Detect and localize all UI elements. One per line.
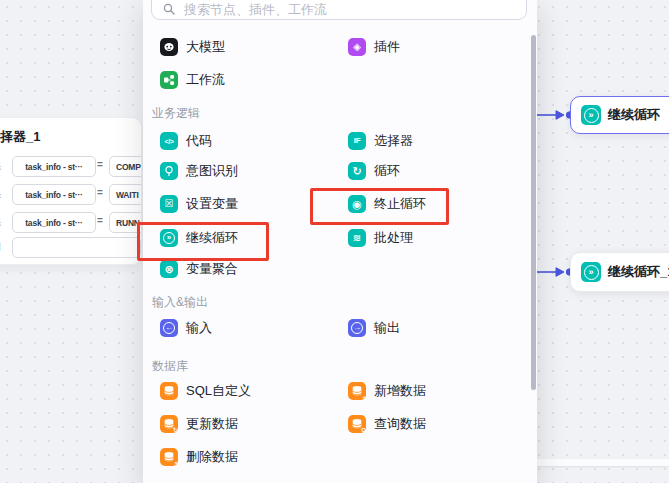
item-label: 意图识别 — [186, 162, 238, 180]
panel-item-db-insert[interactable]: + 新增数据 — [348, 381, 426, 401]
panel-item-selector[interactable]: IF 选择器 — [348, 131, 413, 151]
arrowhead-icon — [556, 111, 564, 120]
panel-item-code[interactable]: </> 代码 — [160, 131, 212, 151]
db-delete-icon: × — [160, 448, 178, 466]
condition-value-pill: COMP — [109, 156, 142, 177]
else-branch-box — [12, 237, 141, 258]
condition-edge-label: 果 — [0, 159, 5, 173]
item-label: 工作流 — [186, 71, 225, 89]
panel-item-input[interactable]: ← 输入 — [160, 318, 212, 338]
panel-item-db-query[interactable]: Q 查询数据 — [348, 414, 426, 434]
node-title: 继续循环 — [608, 106, 660, 124]
item-label: 循环 — [374, 162, 400, 180]
panel-item-set-variable[interactable]: ☒ 设置变量 — [160, 194, 238, 214]
item-label: 删除数据 — [186, 448, 238, 466]
highlight-box-terminate-loop — [310, 188, 449, 225]
item-label: 设置变量 — [186, 195, 238, 213]
item-label: 代码 — [186, 132, 212, 150]
condition-field-pill: task_info - st··· — [12, 184, 96, 205]
continue-loop-icon: » — [581, 105, 601, 125]
panel-item-model[interactable]: 大模型 — [160, 37, 225, 57]
variable-merge-icon: ⊗ — [160, 260, 178, 278]
db-insert-icon: + — [348, 382, 366, 400]
db-query-icon: Q — [348, 415, 366, 433]
section-header-io: 输入&输出 — [152, 294, 208, 311]
continue-loop-1-node[interactable]: » 继续循环_1 — [570, 252, 669, 292]
condition-field-pill: task_info - st··· — [12, 156, 96, 177]
highlight-box-continue-loop — [137, 222, 269, 261]
item-label: 更新数据 — [186, 415, 238, 433]
panel-item-workflow[interactable]: 工作流 — [160, 70, 225, 90]
condition-operator: = — [93, 187, 107, 198]
panel-scrollbar[interactable] — [531, 35, 536, 390]
condition-edge-label: 果 — [0, 215, 5, 229]
canvas-bottom-toolbar — [537, 459, 669, 466]
selector-node-card[interactable]: 选择器_1 果 task_info - st··· = COMP 果 task_… — [0, 117, 142, 265]
condition-edge-label: 果 — [0, 187, 5, 201]
item-label: 输出 — [374, 319, 400, 337]
condition-operator: = — [93, 215, 107, 226]
intent-icon — [160, 162, 178, 180]
item-label: 大模型 — [186, 38, 225, 56]
if-icon: IF — [348, 132, 366, 150]
condition-field-pill: task_info - st··· — [12, 212, 96, 233]
item-label: 变量聚合 — [186, 260, 238, 278]
workflow-editor: 选择器_1 果 task_info - st··· = COMP 果 task_… — [0, 0, 669, 483]
panel-item-batch[interactable]: ≋ 批处理 — [348, 228, 413, 248]
section-header-logic: 业务逻辑 — [152, 105, 200, 122]
else-edge-label: 则 — [0, 240, 5, 254]
panel-item-output[interactable]: → 输出 — [348, 318, 400, 338]
search-icon — [163, 3, 175, 15]
panel-item-sql-custom[interactable]: SQL自定义 — [160, 381, 251, 401]
continue-loop-icon: » — [581, 262, 601, 282]
loop-icon: ↻ — [348, 162, 366, 180]
continue-loop-node[interactable]: » 继续循环 — [570, 96, 669, 134]
panel-item-intent[interactable]: 意图识别 — [160, 161, 238, 181]
sql-custom-icon — [160, 382, 178, 400]
search-input[interactable] — [182, 0, 516, 19]
item-label: 查询数据 — [374, 415, 426, 433]
selector-node-title: 选择器_1 — [0, 128, 40, 146]
set-variable-icon: ☒ — [160, 195, 178, 213]
code-icon: </> — [160, 132, 178, 150]
item-label: 新增数据 — [374, 382, 426, 400]
input-icon: ← — [160, 319, 178, 337]
node-title: 继续循环_1 — [608, 263, 669, 281]
panel-item-db-delete[interactable]: × 删除数据 — [160, 447, 238, 467]
batch-icon: ≋ — [348, 229, 366, 247]
db-update-icon: ↻ — [160, 415, 178, 433]
item-label: 输入 — [186, 319, 212, 337]
workflow-icon — [160, 71, 178, 89]
plugin-icon: ◈ — [348, 38, 366, 56]
panel-item-loop[interactable]: ↻ 循环 — [348, 161, 400, 181]
item-label: 插件 — [374, 38, 400, 56]
panel-item-plugin[interactable]: ◈ 插件 — [348, 37, 400, 57]
search-bar[interactable] — [151, 0, 527, 20]
model-icon — [160, 38, 178, 56]
condition-value-pill: WAITI — [109, 184, 142, 205]
output-icon: → — [348, 319, 366, 337]
panel-item-variable-merge[interactable]: ⊗ 变量聚合 — [160, 259, 238, 279]
item-label: 批处理 — [374, 229, 413, 247]
section-header-database: 数据库 — [152, 358, 188, 375]
condition-operator: = — [93, 159, 107, 170]
arrowhead-icon — [556, 268, 564, 277]
item-label: SQL自定义 — [186, 382, 251, 400]
item-label: 选择器 — [374, 132, 413, 150]
panel-item-db-update[interactable]: ↻ 更新数据 — [160, 414, 238, 434]
